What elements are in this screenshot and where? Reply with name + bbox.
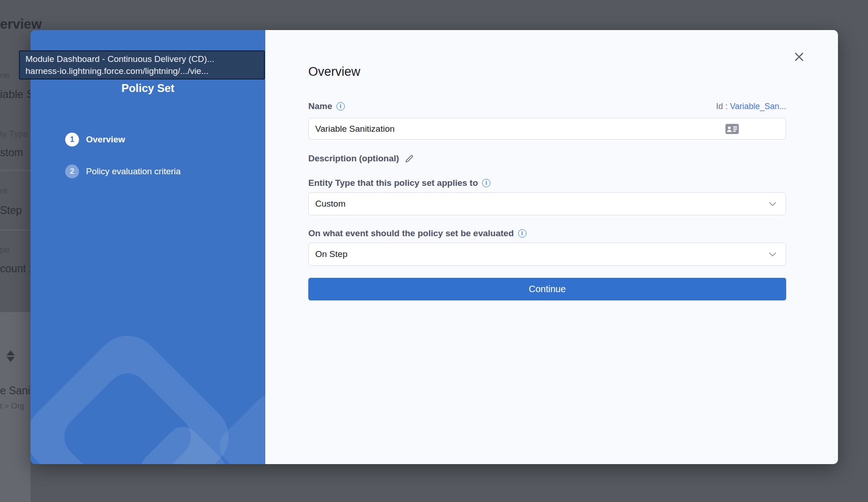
entity-type-label: Entity Type that this policy set applies… (308, 178, 786, 189)
harness-watermark-logo (31, 30, 265, 464)
bg-fragment: pe (0, 245, 10, 255)
divider (0, 312, 31, 313)
step-number-badge: 1 (65, 133, 79, 147)
continue-button[interactable]: Continue (308, 278, 786, 300)
step-label: Policy evaluation criteria (86, 166, 181, 177)
chevron-down-icon (769, 252, 776, 257)
bg-fragment: stom (0, 147, 23, 159)
chevron-down-icon (769, 202, 776, 207)
entity-id: Id : Variable_San... (716, 102, 786, 111)
edit-pencil-icon[interactable] (404, 154, 414, 164)
entity-type-label-text: Entity Type that this policy set applies… (308, 178, 478, 188)
info-icon[interactable]: i (336, 102, 345, 110)
bg-fragment: ty Type (0, 129, 28, 139)
event-label-text: On what event should the policy set be e… (308, 228, 514, 239)
info-icon[interactable]: i (482, 179, 490, 187)
entity-type-value: Custom (315, 199, 345, 209)
name-input[interactable] (308, 118, 786, 140)
step-number-badge: 2 (65, 165, 79, 178)
bg-fragment: ne (0, 70, 10, 80)
wizard-step-policy-evaluation-criteria[interactable]: 2 Policy evaluation criteria (65, 165, 181, 178)
step-label: Overview (86, 135, 125, 145)
bg-fragment: count : (0, 263, 32, 275)
info-icon[interactable]: i (518, 229, 526, 238)
name-label-text: Name (308, 101, 332, 111)
close-button[interactable] (792, 50, 806, 64)
description-label: Description (optional) (308, 153, 786, 164)
overview-form-panel: Overview Name i Id : Variable_San... (265, 30, 838, 464)
bg-fragment: iable S (0, 88, 34, 101)
event-value: On Step (315, 249, 348, 259)
id-prefix: Id : (716, 102, 730, 111)
bg-fragment: e Sani (0, 385, 30, 397)
policy-set-modal: Policy Set 1 Overview 2 Policy evaluatio… (31, 30, 838, 464)
tooltip-url: harness-io.lightning.force.com/lightning… (25, 65, 258, 77)
name-label: Name i (308, 101, 345, 111)
bg-fragment: Step (0, 204, 22, 217)
page: erview ne iable S ty Type stom nt Step p… (0, 0, 868, 502)
link-status-tooltip: Module Dashboard - Continuous Delivery (… (19, 50, 265, 80)
divider (0, 170, 31, 171)
wizard-steps: 1 Overview 2 Policy evaluation criteria (65, 133, 181, 178)
page-title: Overview (308, 65, 361, 79)
entity-type-select[interactable]: Custom (308, 192, 786, 215)
wizard-title: Policy Set (31, 82, 265, 95)
bg-fragment: nt (0, 186, 7, 196)
name-label-row: Name i Id : Variable_San... (308, 100, 786, 112)
tooltip-title: Module Dashboard - Continuous Delivery (… (25, 53, 258, 65)
sort-icon (6, 350, 15, 362)
event-label: On what event should the policy set be e… (308, 228, 786, 239)
wizard-sidebar: Policy Set 1 Overview 2 Policy evaluatio… (31, 30, 265, 464)
bg-fragment: t > Org (0, 402, 24, 411)
event-select[interactable]: On Step (308, 243, 786, 266)
close-icon (793, 51, 805, 63)
divider (0, 230, 31, 230)
description-label-text: Description (optional) (308, 153, 399, 164)
wizard-step-overview[interactable]: 1 Overview (65, 133, 181, 147)
id-link[interactable]: Variable_San... (730, 102, 786, 111)
